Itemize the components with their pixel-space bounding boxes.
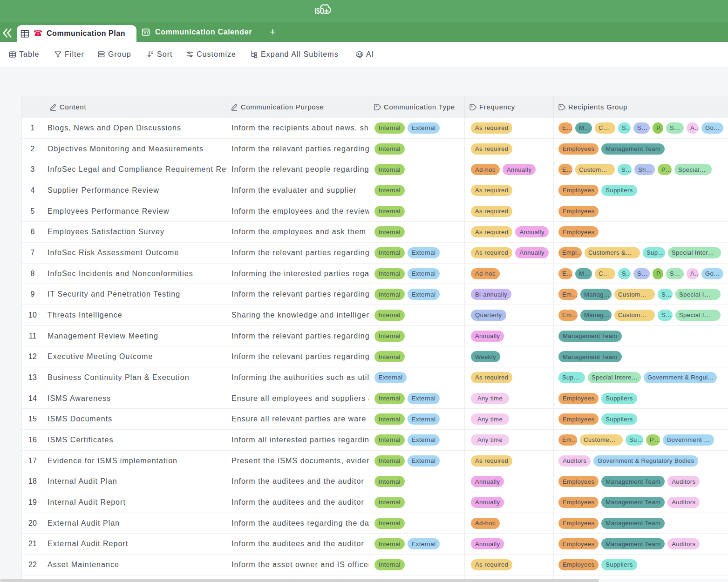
svg-text:iSO: iSO bbox=[315, 6, 324, 16]
svg-text:AI: AI bbox=[357, 53, 361, 56]
